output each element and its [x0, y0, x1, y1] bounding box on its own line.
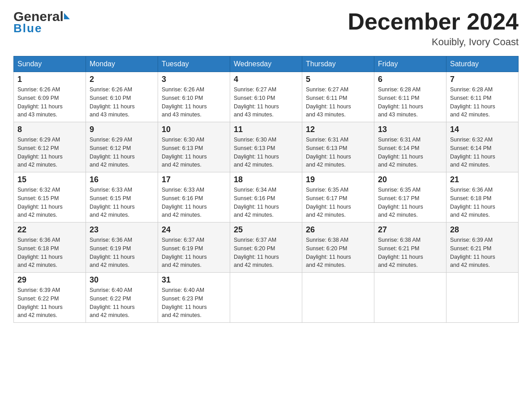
day-number: 10 — [162, 125, 226, 134]
calendar-week-row: 15 Sunrise: 6:32 AM Sunset: 6:15 PM Dayl… — [14, 172, 519, 223]
calendar-week-row: 8 Sunrise: 6:29 AM Sunset: 6:12 PM Dayli… — [14, 122, 519, 172]
day-info: Sunrise: 6:40 AM Sunset: 6:23 PM Dayligh… — [162, 286, 226, 320]
calendar-cell: 2 Sunrise: 6:26 AM Sunset: 6:10 PM Dayli… — [86, 72, 158, 122]
page-title: December 2024 — [348, 9, 519, 34]
day-info: Sunrise: 6:29 AM Sunset: 6:12 PM Dayligh… — [90, 136, 154, 169]
day-number: 13 — [378, 125, 442, 134]
day-number: 26 — [306, 225, 370, 235]
day-info: Sunrise: 6:34 AM Sunset: 6:16 PM Dayligh… — [234, 186, 298, 219]
day-number: 2 — [90, 75, 154, 84]
day-number: 12 — [306, 125, 370, 134]
calendar-cell: 8 Sunrise: 6:29 AM Sunset: 6:12 PM Dayli… — [14, 122, 86, 172]
page-header: General Blue December 2024 Kouibly, Ivor… — [13, 9, 519, 48]
calendar-cell: 21 Sunrise: 6:36 AM Sunset: 6:18 PM Dayl… — [446, 172, 519, 223]
calendar-cell: 16 Sunrise: 6:33 AM Sunset: 6:15 PM Dayl… — [86, 172, 158, 223]
weekday-header-saturday: Saturday — [446, 56, 519, 72]
day-info: Sunrise: 6:39 AM Sunset: 6:22 PM Dayligh… — [17, 286, 82, 320]
day-info: Sunrise: 6:26 AM Sunset: 6:09 PM Dayligh… — [17, 86, 82, 119]
day-info: Sunrise: 6:33 AM Sunset: 6:16 PM Dayligh… — [162, 186, 226, 219]
day-info: Sunrise: 6:33 AM Sunset: 6:15 PM Dayligh… — [90, 186, 154, 219]
calendar-table: SundayMondayTuesdayWednesdayThursdayFrid… — [13, 56, 519, 323]
calendar-cell — [302, 273, 374, 323]
day-info: Sunrise: 6:31 AM Sunset: 6:14 PM Dayligh… — [378, 136, 442, 169]
calendar-cell: 27 Sunrise: 6:38 AM Sunset: 6:21 PM Dayl… — [374, 223, 446, 273]
calendar-cell: 7 Sunrise: 6:28 AM Sunset: 6:11 PM Dayli… — [446, 72, 519, 122]
logo: General Blue — [13, 9, 70, 35]
calendar-week-row: 22 Sunrise: 6:36 AM Sunset: 6:18 PM Dayl… — [14, 223, 519, 273]
day-number: 30 — [90, 275, 154, 285]
day-number: 20 — [378, 175, 442, 184]
calendar-cell: 1 Sunrise: 6:26 AM Sunset: 6:09 PM Dayli… — [14, 72, 86, 122]
day-info: Sunrise: 6:36 AM Sunset: 6:19 PM Dayligh… — [90, 236, 154, 270]
calendar-cell: 29 Sunrise: 6:39 AM Sunset: 6:22 PM Dayl… — [14, 273, 86, 323]
day-info: Sunrise: 6:37 AM Sunset: 6:19 PM Dayligh… — [162, 236, 226, 270]
day-number: 8 — [17, 125, 82, 134]
calendar-cell: 22 Sunrise: 6:36 AM Sunset: 6:18 PM Dayl… — [14, 223, 86, 273]
day-info: Sunrise: 6:36 AM Sunset: 6:18 PM Dayligh… — [450, 186, 515, 219]
day-number: 15 — [17, 175, 82, 184]
day-number: 23 — [90, 225, 154, 235]
day-number: 1 — [17, 75, 82, 84]
day-info: Sunrise: 6:26 AM Sunset: 6:10 PM Dayligh… — [90, 86, 154, 119]
day-number: 9 — [90, 125, 154, 134]
weekday-header-monday: Monday — [86, 56, 158, 72]
weekday-header-sunday: Sunday — [14, 56, 86, 72]
calendar-cell: 17 Sunrise: 6:33 AM Sunset: 6:16 PM Dayl… — [158, 172, 230, 223]
calendar-cell: 26 Sunrise: 6:38 AM Sunset: 6:20 PM Dayl… — [302, 223, 374, 273]
calendar-cell: 23 Sunrise: 6:36 AM Sunset: 6:19 PM Dayl… — [86, 223, 158, 273]
day-info: Sunrise: 6:37 AM Sunset: 6:20 PM Dayligh… — [234, 236, 298, 270]
day-info: Sunrise: 6:28 AM Sunset: 6:11 PM Dayligh… — [378, 86, 442, 119]
calendar-cell — [374, 273, 446, 323]
calendar-cell: 3 Sunrise: 6:26 AM Sunset: 6:10 PM Dayli… — [158, 72, 230, 122]
weekday-header-friday: Friday — [374, 56, 446, 72]
day-info: Sunrise: 6:38 AM Sunset: 6:21 PM Dayligh… — [378, 236, 442, 270]
calendar-cell: 19 Sunrise: 6:35 AM Sunset: 6:17 PM Dayl… — [302, 172, 374, 223]
calendar-week-row: 29 Sunrise: 6:39 AM Sunset: 6:22 PM Dayl… — [14, 273, 519, 323]
calendar-cell: 11 Sunrise: 6:30 AM Sunset: 6:13 PM Dayl… — [230, 122, 302, 172]
day-info: Sunrise: 6:36 AM Sunset: 6:18 PM Dayligh… — [17, 236, 82, 270]
calendar-cell: 14 Sunrise: 6:32 AM Sunset: 6:14 PM Dayl… — [446, 122, 519, 172]
day-info: Sunrise: 6:28 AM Sunset: 6:11 PM Dayligh… — [450, 86, 515, 119]
calendar-cell: 25 Sunrise: 6:37 AM Sunset: 6:20 PM Dayl… — [230, 223, 302, 273]
day-number: 6 — [378, 75, 442, 84]
calendar-cell: 30 Sunrise: 6:40 AM Sunset: 6:22 PM Dayl… — [86, 273, 158, 323]
calendar-cell — [230, 273, 302, 323]
calendar-cell: 20 Sunrise: 6:35 AM Sunset: 6:17 PM Dayl… — [374, 172, 446, 223]
day-number: 17 — [162, 175, 226, 184]
day-number: 19 — [306, 175, 370, 184]
day-number: 24 — [162, 225, 226, 235]
calendar-cell — [446, 273, 519, 323]
calendar-cell: 18 Sunrise: 6:34 AM Sunset: 6:16 PM Dayl… — [230, 172, 302, 223]
page-subtitle: Kouibly, Ivory Coast — [348, 36, 519, 48]
day-info: Sunrise: 6:26 AM Sunset: 6:10 PM Dayligh… — [162, 86, 226, 119]
day-info: Sunrise: 6:32 AM Sunset: 6:14 PM Dayligh… — [450, 136, 515, 169]
day-info: Sunrise: 6:40 AM Sunset: 6:22 PM Dayligh… — [90, 286, 154, 320]
day-info: Sunrise: 6:35 AM Sunset: 6:17 PM Dayligh… — [306, 186, 370, 219]
weekday-header-wednesday: Wednesday — [230, 56, 302, 72]
calendar-cell: 24 Sunrise: 6:37 AM Sunset: 6:19 PM Dayl… — [158, 223, 230, 273]
day-info: Sunrise: 6:32 AM Sunset: 6:15 PM Dayligh… — [17, 186, 82, 219]
calendar-cell: 15 Sunrise: 6:32 AM Sunset: 6:15 PM Dayl… — [14, 172, 86, 223]
day-number: 31 — [162, 275, 226, 285]
day-number: 28 — [450, 225, 515, 235]
calendar-cell: 5 Sunrise: 6:27 AM Sunset: 6:11 PM Dayli… — [302, 72, 374, 122]
day-number: 22 — [17, 225, 82, 235]
day-info: Sunrise: 6:38 AM Sunset: 6:20 PM Dayligh… — [306, 236, 370, 270]
weekday-header-row: SundayMondayTuesdayWednesdayThursdayFrid… — [14, 56, 519, 72]
day-info: Sunrise: 6:35 AM Sunset: 6:17 PM Dayligh… — [378, 186, 442, 219]
day-number: 27 — [378, 225, 442, 235]
day-number: 18 — [234, 175, 298, 184]
day-number: 5 — [306, 75, 370, 84]
calendar-cell: 9 Sunrise: 6:29 AM Sunset: 6:12 PM Dayli… — [86, 122, 158, 172]
logo-blue: Blue — [13, 21, 42, 35]
calendar-cell: 31 Sunrise: 6:40 AM Sunset: 6:23 PM Dayl… — [158, 273, 230, 323]
day-number: 11 — [234, 125, 298, 134]
day-number: 16 — [90, 175, 154, 184]
day-number: 29 — [17, 275, 82, 285]
day-info: Sunrise: 6:30 AM Sunset: 6:13 PM Dayligh… — [162, 136, 226, 169]
day-info: Sunrise: 6:29 AM Sunset: 6:12 PM Dayligh… — [17, 136, 82, 169]
day-info: Sunrise: 6:27 AM Sunset: 6:11 PM Dayligh… — [306, 86, 370, 119]
day-info: Sunrise: 6:39 AM Sunset: 6:21 PM Dayligh… — [450, 236, 515, 270]
calendar-cell: 6 Sunrise: 6:28 AM Sunset: 6:11 PM Dayli… — [374, 72, 446, 122]
day-number: 21 — [450, 175, 515, 184]
